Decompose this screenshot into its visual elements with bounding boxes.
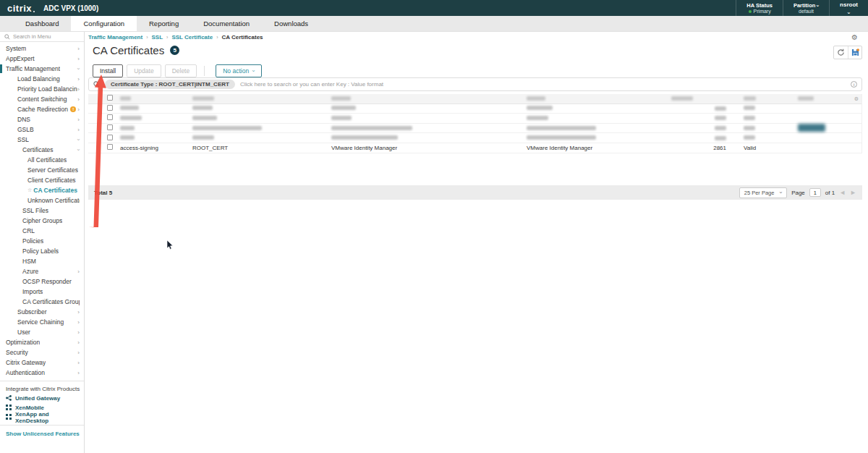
sidebar-item-policy-labels[interactable]: Policy Labels xyxy=(0,246,84,256)
sidebar-item-content-switching[interactable]: Content Switching› xyxy=(0,94,84,104)
tab-dashboard[interactable]: Dashboard xyxy=(13,16,71,31)
xenmobile-icon xyxy=(6,405,12,412)
sidebar-item-hsm[interactable]: HSM xyxy=(0,256,84,266)
sidebar-item-service-chaining[interactable]: Service Chaining› xyxy=(0,317,84,327)
tab-downloads[interactable]: Downloads xyxy=(262,16,320,31)
row-checkbox[interactable] xyxy=(107,105,113,111)
table-row[interactable] xyxy=(88,114,861,124)
username: nsroot xyxy=(840,1,858,8)
sidebar-item-ca-certificates[interactable]: ☆CA Certificates xyxy=(0,185,84,195)
page-number-input[interactable]: 1 xyxy=(809,188,821,197)
redacted-cell xyxy=(120,106,139,110)
table-row[interactable]: access-signingROOT_CERTVMware Identity M… xyxy=(88,143,861,153)
redacted-column-header xyxy=(671,96,693,101)
sidebar-item-client-certificates[interactable]: Client Certificates xyxy=(0,175,84,185)
sidebar-item-system[interactable]: System› xyxy=(0,43,84,54)
integrate-link-xenapp-and-xendesktop[interactable]: XenApp and XenDesktop xyxy=(0,412,84,422)
sidebar-item-dns[interactable]: DNS› xyxy=(0,114,84,124)
breadcrumb-link-ssl-certificate[interactable]: SSL Certificate xyxy=(171,34,213,41)
sidebar-item-ca-certificates-group[interactable]: CA Certificates Group xyxy=(0,297,84,307)
row-checkbox[interactable] xyxy=(107,135,113,140)
chevron-right-icon: › xyxy=(77,56,80,62)
save-config-button[interactable] xyxy=(848,46,861,59)
ha-status-label: HA Status xyxy=(746,2,773,9)
breadcrumb-link-traffic-management[interactable]: Traffic Management xyxy=(88,34,142,41)
row-checkbox[interactable] xyxy=(107,124,113,130)
show-unlicensed-features-link[interactable]: Show Unlicensed Features xyxy=(0,428,84,437)
chevron-down-icon: › xyxy=(847,12,851,14)
redacted-action-badge xyxy=(798,124,825,132)
gear-icon[interactable]: ⚙ xyxy=(851,33,858,41)
user-menu[interactable]: nsroot › xyxy=(829,0,868,16)
sidebar-item-traffic-management[interactable]: Traffic Management› xyxy=(0,64,84,74)
sidebar-item-unknown-certificates[interactable]: Unknown Certificates xyxy=(0,195,84,206)
next-page-icon[interactable]: ► xyxy=(850,189,856,196)
table-row[interactable] xyxy=(88,133,861,143)
breadcrumb-link-ssl[interactable]: SSL xyxy=(151,34,163,41)
sidebar-item-cipher-groups[interactable]: Cipher Groups xyxy=(0,216,84,226)
cell-days-to-expiration: 2861 xyxy=(713,145,726,151)
sidebar-item-priority-load-balancing[interactable]: Priority Load Balancing› xyxy=(0,84,84,94)
sidebar-item-optimization[interactable]: Optimization› xyxy=(0,337,84,347)
sidebar-item-all-certificates[interactable]: All Certificates xyxy=(0,155,84,165)
chevron-right-icon: › xyxy=(77,360,80,366)
cell-common-name: VMware Identity Manager xyxy=(331,145,397,151)
sidebar-item-gslb[interactable]: GSLB› xyxy=(0,124,84,135)
sidebar-item-policies[interactable]: Policies xyxy=(0,236,84,246)
redacted-cell xyxy=(527,106,553,110)
chevron-right-icon: › xyxy=(77,319,80,326)
sidebar-item-citrix-gateway[interactable]: Citrix Gateway› xyxy=(0,357,84,368)
row-checkbox[interactable] xyxy=(107,144,113,150)
sidebar-item-crl[interactable]: CRL xyxy=(0,226,84,236)
row-checkbox[interactable] xyxy=(107,114,113,120)
per-page-select[interactable]: 25 Per Page› xyxy=(739,187,787,198)
tab-configuration[interactable]: Configuration xyxy=(71,16,137,31)
sidebar-item-label: CA Certificates xyxy=(33,187,77,194)
select-all-checkbox[interactable] xyxy=(107,95,113,101)
prev-page-icon[interactable]: ◄ xyxy=(839,189,846,196)
info-icon[interactable]: i xyxy=(851,81,857,88)
sidebar-item-authentication[interactable]: Authentication› xyxy=(0,368,84,378)
redacted-cell xyxy=(715,116,726,120)
refresh-button[interactable] xyxy=(834,46,848,59)
partition-label: Partition xyxy=(793,2,815,9)
sidebar-item-azure[interactable]: Azure› xyxy=(0,266,84,276)
install-button[interactable]: Install xyxy=(93,64,123,77)
sidebar-item-ocsp-responder[interactable]: OCSP Responder xyxy=(0,276,84,287)
no-action-dropdown[interactable]: No action› xyxy=(216,64,262,77)
tab-documentation[interactable]: Documentation xyxy=(191,16,262,31)
table-search-bar[interactable]: Certificate Type : ROOT_CERT|INTM_CERT C… xyxy=(88,77,862,91)
table-row[interactable] xyxy=(88,104,861,114)
favorite-star-icon[interactable]: ☆ xyxy=(27,187,32,193)
integrate-link-unified-gateway[interactable]: Unified Gateway xyxy=(0,394,84,403)
sidebar-item-subscriber[interactable]: Subscriber› xyxy=(0,307,84,317)
delete-button[interactable]: Delete xyxy=(165,64,197,77)
partition-menu[interactable]: Partition › default xyxy=(783,0,829,16)
update-button[interactable]: Update xyxy=(127,64,161,77)
sidebar-item-ssl[interactable]: SSL› xyxy=(0,135,84,145)
sidebar-item-label: Priority Load Balancing xyxy=(17,85,77,93)
sidebar-item-certificates[interactable]: Certificates› xyxy=(0,145,84,155)
sidebar-item-ssl-files[interactable]: SSL Files xyxy=(0,206,84,216)
sidebar-item-server-certificates[interactable]: Server Certificates xyxy=(0,165,84,175)
sidebar-item-security[interactable]: Security› xyxy=(0,347,84,357)
sidebar-item-label: Cipher Groups xyxy=(22,217,62,224)
tab-reporting[interactable]: Reporting xyxy=(137,16,191,31)
sidebar-item-user[interactable]: User› xyxy=(0,327,84,337)
sidebar-item-appexpert[interactable]: AppExpert› xyxy=(0,54,84,64)
redacted-cell xyxy=(715,126,726,130)
sidebar-item-cache-redirection[interactable]: Cache Redirection!› xyxy=(0,104,84,114)
sidebar-item-label: Unknown Certificates xyxy=(27,197,80,204)
table-row[interactable] xyxy=(88,124,861,134)
redacted-cell xyxy=(331,126,412,130)
warning-badge-icon: ! xyxy=(70,106,76,112)
sidebar-item-load-balancing[interactable]: Load Balancing› xyxy=(0,74,84,84)
sidebar-item-label: Service Chaining xyxy=(17,318,64,326)
redacted-column-header xyxy=(527,96,545,101)
sidebar-search[interactable]: Search in Menu xyxy=(0,32,84,42)
filter-chip[interactable]: Certificate Type : ROOT_CERT|INTM_CERT xyxy=(105,80,235,89)
redacted-cell xyxy=(120,116,142,120)
column-settings-icon[interactable]: ⚙ xyxy=(854,96,859,102)
sidebar-item-label: Citrix Gateway xyxy=(6,359,46,366)
sidebar-item-imports[interactable]: Imports xyxy=(0,287,84,297)
